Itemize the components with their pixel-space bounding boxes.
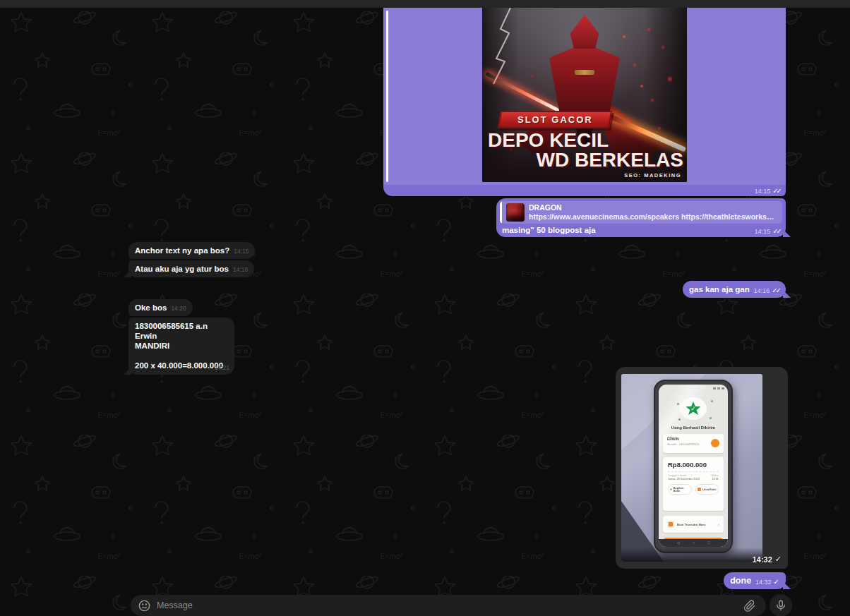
message-text: 1830006585615 a.n Erwin MANDIRI 200 x 40… (135, 321, 228, 370)
confetti-dot (711, 400, 713, 402)
telegram-chat-window: E=mc² (0, 0, 850, 616)
promo-credit: SEO: MADEKING (624, 172, 681, 179)
time-value: 14:31 (711, 478, 719, 481)
message-input-placeholder[interactable]: Message (157, 600, 743, 610)
message-incoming-atur[interactable]: Atau aku aja yg atur bos 14:16 (128, 260, 254, 277)
message-meta: 14:15 ✓✓ (755, 187, 780, 195)
message-text: Oke bos (135, 303, 167, 313)
message-meta: 14:15 ✓✓ (755, 227, 780, 235)
message-gas-kan[interactable]: gas kan aja gan 14:16 ✓✓ (683, 281, 786, 298)
message-promo-photo[interactable]: SLOT GACOR DEPO KECIL WD BERKELAS SEO: M… (383, 8, 786, 196)
promo-banner: SLOT GACOR (498, 111, 612, 128)
message-text: gas kan aja gan (689, 284, 750, 294)
date-value: Jumat, 28 November 2025 (668, 478, 700, 481)
read-checkmarks-icon: ✓✓ (772, 187, 780, 195)
message-meta: 14:32 ✓ (755, 578, 779, 586)
photo-bottom-shadow (621, 548, 762, 562)
sent-checkmark-icon: ✓ (774, 578, 779, 586)
transfer-amount: Rp8.000.000 (668, 461, 719, 469)
message-text: masing" 50 blogpost aja (502, 225, 596, 235)
read-checkmarks-icon: ✓✓ (772, 227, 780, 235)
share-receipt-button: Bagikan Bukti (668, 484, 692, 495)
emoji-smiley-icon (138, 599, 151, 612)
new-transaction-row: Buat Transaksi Baru › (663, 516, 724, 533)
quote-title: DRAGON (529, 203, 778, 212)
nav-back-icon: ◁ (676, 541, 679, 545)
reply-quote-bar (500, 201, 502, 224)
paperclip-icon (743, 599, 756, 612)
reply-quote-block: SLOT GACOR DEPO KECIL WD BERKELAS SEO: M… (383, 8, 786, 185)
reply-quote[interactable]: DRAGON https://www.avenuecinemas.com/spe… (500, 201, 782, 224)
message-time: 14:32 (753, 555, 772, 564)
recipient-card: ERWIN Mandiri - 1830006585615 (663, 434, 724, 453)
message-time: 14:20 (171, 305, 186, 313)
voice-message-button[interactable] (770, 594, 792, 616)
lightning-icon (486, 8, 529, 92)
receipt-title: Uang Berhasil Dikirim (659, 425, 728, 430)
message-time: 14:16 (754, 287, 770, 294)
message-time: 14:21 (215, 364, 229, 371)
bank-logo-icon (711, 439, 719, 447)
share-icon (669, 488, 672, 491)
nav-recent-icon: □ (707, 541, 710, 545)
message-time: 14:32 (755, 579, 772, 586)
message-input-bar[interactable]: Message (131, 595, 766, 616)
message-meta: 14:16 ✓✓ (754, 286, 779, 294)
art-figure-belt (575, 70, 594, 75)
time-label: Waktu (711, 474, 719, 477)
message-meta: 14:32 ✓ (753, 555, 782, 564)
promo-banner-label: SLOT GACOR (517, 114, 593, 125)
sent-checkmark-icon: ✓ (775, 555, 782, 564)
message-time: 14:15 (755, 188, 771, 195)
message-incoming-account-number[interactable]: 1830006585615 a.n Erwin MANDIRI 200 x 40… (128, 318, 234, 375)
emoji-button[interactable] (138, 599, 151, 612)
promo-title-line1: DEPO KECIL (488, 131, 609, 150)
chevron-right-icon: › (718, 522, 719, 526)
message-done[interactable]: done 14:32 ✓ (724, 572, 786, 589)
message-time: 14:16 (233, 266, 248, 274)
quote-thumbnail-dragon (506, 203, 525, 222)
message-blogpost-reply[interactable]: DRAGON https://www.avenuecinemas.com/spe… (496, 198, 786, 237)
message-incoming-anchor-text[interactable]: Anchor text ny apa bos? 14:15 (128, 242, 255, 259)
phone-nav-bar: ◁ ○ □ (659, 539, 728, 547)
message-text: done (730, 576, 751, 586)
date-label: Tanggal transfer (668, 474, 700, 477)
phone-screen: ✓ Uang Berhasil Dikirim ERWIN Mandiri - … (659, 385, 728, 547)
confetti-dot (677, 403, 679, 405)
quote-link-text: https://www.avenuecinemas.com/speakers h… (529, 212, 778, 222)
transaction-icon (667, 521, 674, 528)
receipt-photo[interactable]: ✓ Uang Berhasil Dikirim ERWIN Mandiri - … (621, 374, 762, 562)
microphone-icon (774, 599, 787, 612)
view-receipt-button: Lihat Bukti (695, 484, 719, 495)
reply-quote-bar (386, 11, 388, 182)
message-receipt-photo[interactable]: ✓ Uang Berhasil Dikirim ERWIN Mandiri - … (616, 367, 788, 569)
message-time: 14:15 (755, 228, 771, 235)
phone-status-icons (713, 387, 724, 389)
confetti-dot (678, 418, 681, 421)
promo-title-line2: WD BERKELAS (537, 150, 683, 170)
message-text: Anchor text ny apa bos? (135, 246, 229, 255)
confetti-dot (710, 417, 712, 419)
amount-card: Rp8.000.000 Tanggal transfer Jumat, 28 N… (663, 457, 724, 511)
attach-button[interactable] (743, 599, 756, 612)
message-time: 14:15 (234, 248, 249, 255)
message-incoming-oke-bos[interactable]: Oke bos 14:20 (128, 299, 193, 316)
divider (668, 471, 719, 472)
art-red-particles (482, 8, 484, 9)
window-top-bar (0, 0, 850, 8)
read-checkmarks-icon: ✓✓ (772, 286, 779, 294)
message-text: Atau aku aja yg atur bos (135, 264, 229, 274)
photographed-phone: ✓ Uang Berhasil Dikirim ERWIN Mandiri - … (654, 380, 733, 553)
nav-home-icon: ○ (693, 541, 695, 545)
promo-image[interactable]: SLOT GACOR DEPO KECIL WD BERKELAS SEO: M… (482, 8, 687, 182)
receipt-icon (698, 488, 701, 491)
